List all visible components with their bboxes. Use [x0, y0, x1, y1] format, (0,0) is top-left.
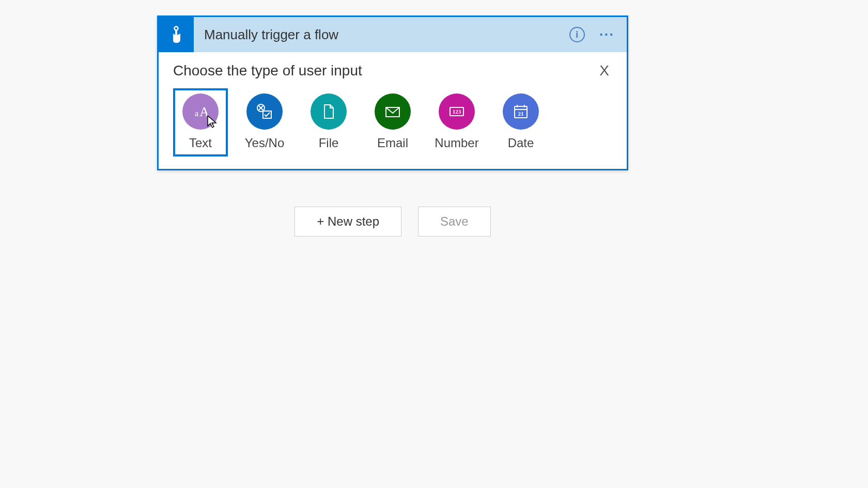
input-type-label: Text — [189, 136, 212, 150]
svg-text:123: 123 — [453, 108, 461, 115]
input-type-label: Date — [508, 136, 534, 150]
save-button[interactable]: Save — [418, 207, 491, 237]
more-options-icon[interactable]: ··· — [599, 27, 614, 42]
input-type-label: File — [319, 136, 339, 150]
input-type-text[interactable]: a A Text — [173, 88, 228, 156]
input-type-date[interactable]: 21 Date — [493, 88, 548, 156]
trigger-card: Manually trigger a flow i ··· Choose the… — [157, 15, 628, 170]
action-buttons: + New step Save — [295, 207, 490, 237]
choose-input-title: Choose the type of user input — [173, 62, 362, 79]
close-icon[interactable]: X — [599, 62, 612, 79]
info-icon[interactable]: i — [569, 27, 585, 42]
text-icon: a A — [182, 93, 219, 130]
email-icon — [375, 93, 411, 130]
input-type-number[interactable]: 123 Number — [429, 88, 484, 156]
input-type-label: Number — [435, 136, 478, 150]
input-type-label: Email — [377, 136, 408, 150]
input-type-list: a A Text — [173, 88, 612, 156]
input-type-yesno[interactable]: Yes/No — [237, 88, 292, 156]
new-step-button[interactable]: + New step — [295, 207, 401, 237]
yesno-icon — [246, 93, 283, 130]
trigger-body: Choose the type of user input X a A Text — [159, 52, 627, 169]
manual-trigger-icon — [159, 17, 194, 52]
svg-text:A: A — [199, 104, 209, 119]
trigger-title: Manually trigger a flow — [194, 27, 569, 43]
svg-text:a: a — [195, 109, 198, 118]
input-type-label: Yes/No — [245, 136, 285, 150]
file-icon — [311, 93, 347, 130]
svg-text:21: 21 — [518, 111, 524, 117]
number-icon: 123 — [439, 93, 475, 130]
input-type-file[interactable]: File — [301, 88, 356, 156]
flow-canvas: Manually trigger a flow i ··· Choose the… — [0, 0, 868, 488]
trigger-header[interactable]: Manually trigger a flow i ··· — [159, 17, 627, 52]
date-icon: 21 — [503, 93, 539, 130]
input-type-email[interactable]: Email — [365, 88, 420, 156]
